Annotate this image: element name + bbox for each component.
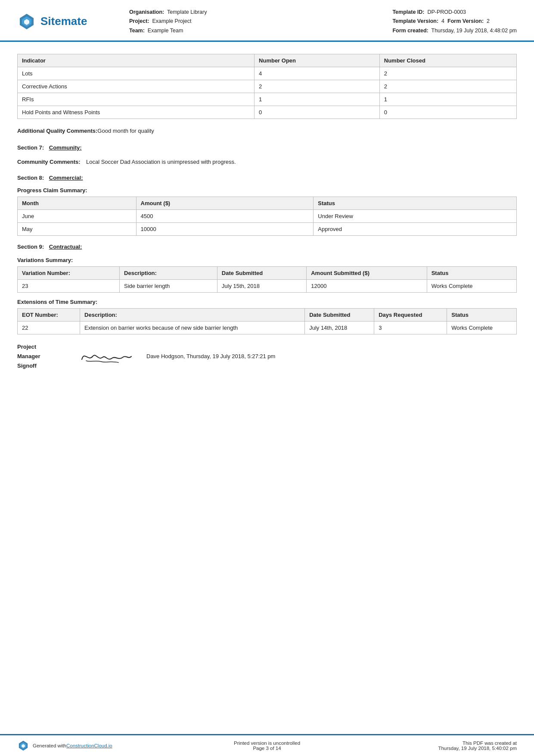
community-comments-label: Community Comments: — [17, 159, 86, 165]
eot-date-cell: July 14th, 2018 — [305, 321, 374, 334]
closed-cell: 2 — [379, 67, 516, 80]
var-amount-cell: 12000 — [307, 279, 427, 292]
eot-days-cell: 3 — [374, 321, 447, 334]
logo-area: Sitemate — [17, 12, 112, 31]
month-cell: June — [18, 209, 137, 222]
header-meta: Organisation: Template Library Project: … — [112, 8, 392, 35]
status-cell: Under Review — [314, 209, 517, 222]
open-cell: 0 — [255, 106, 380, 119]
section8-number: Section 8: — [17, 175, 44, 181]
eot-date-col: Date Submitted — [305, 308, 374, 321]
progress-claim-row: June 4500 Under Review — [18, 209, 517, 222]
project-value: Example Project — [152, 18, 192, 24]
eot-desc-col: Description: — [80, 308, 305, 321]
header: Sitemate Organisation: Template Library … — [0, 0, 534, 42]
signoff-label2: Manager — [17, 352, 65, 361]
additional-quality-value: Good month for quality — [97, 128, 517, 134]
month-cell: May — [18, 222, 137, 235]
team-label: Team: — [129, 28, 145, 34]
eot-row: 22 Extension on barrier works because of… — [18, 321, 517, 334]
number-closed-col-header: Number Closed — [379, 54, 516, 67]
indicator-row: RFIs 1 1 — [18, 93, 517, 106]
open-cell: 4 — [255, 67, 380, 80]
org-value: Template Library — [167, 9, 207, 15]
section9-heading: Section 9: Contractual: — [17, 244, 517, 250]
logo-text: Sitemate — [40, 15, 87, 28]
template-version-label: Template Version: — [392, 18, 438, 24]
section7-heading: Section 7: Community: — [17, 144, 517, 151]
eot-status-col: Status — [447, 308, 517, 321]
indicator-cell: Lots — [18, 67, 255, 80]
progress-claim-row: May 10000 Approved — [18, 222, 517, 235]
signature-svg — [78, 344, 134, 368]
form-created-line: Form created: Thursday, 19 July 2018, 4:… — [392, 26, 517, 35]
variation-row: 23 Side barrier length July 15th, 2018 1… — [18, 279, 517, 292]
template-version-line: Template Version: 4 Form Version: 2 — [392, 17, 517, 26]
section8-title: Commercial: — [49, 175, 83, 181]
footer-right: This PDF was created at Thursday, 19 Jul… — [405, 740, 517, 751]
eot-desc-cell: Extension on barrier works because of ne… — [80, 321, 305, 334]
footer-link[interactable]: ConstructionCloud.io — [66, 743, 112, 748]
footer-page-number: Page 3 of 14 — [129, 746, 405, 751]
var-number-cell: 23 — [18, 279, 120, 292]
section8-heading: Section 8: Commercial: — [17, 175, 517, 181]
open-cell: 1 — [255, 93, 380, 106]
signoff-area: Project Manager Signoff Dave Hodgson, Th… — [17, 342, 517, 371]
amount-cell: 4500 — [136, 209, 314, 222]
closed-cell: 2 — [379, 80, 516, 93]
template-version-value: 4 — [441, 18, 444, 24]
form-created-label: Form created: — [392, 28, 428, 34]
indicator-row: Corrective Actions 2 2 — [18, 80, 517, 93]
eot-days-col: Days Requested — [374, 308, 447, 321]
footer-center-line1: Printed version is uncontrolled — [129, 740, 405, 746]
indicator-cell: RFIs — [18, 93, 255, 106]
header-right: Template ID: DP-PROD-0003 Template Versi… — [392, 8, 517, 35]
team-line: Team: Example Team — [129, 26, 392, 35]
eot-table: EOT Number: Description: Date Submitted … — [17, 308, 517, 334]
form-created-value: Thursday, 19 July 2018, 4:48:02 pm — [432, 28, 517, 34]
org-line: Organisation: Template Library — [129, 8, 392, 17]
org-label: Organisation: — [129, 9, 164, 15]
var-date-col: Date Submitted — [217, 266, 306, 279]
amount-col-header: Amount ($) — [136, 197, 314, 209]
var-amount-col: Amount Submitted ($) — [307, 266, 427, 279]
footer-generated-text: Generated with — [33, 743, 66, 748]
eot-status-cell: Works Complete — [447, 321, 517, 334]
var-date-cell: July 15th, 2018 — [217, 279, 306, 292]
additional-quality-label: Additional Quality Comments: — [17, 128, 97, 134]
amount-cell: 10000 — [136, 222, 314, 235]
closed-cell: 0 — [379, 106, 516, 119]
template-id-label: Template ID: — [392, 9, 424, 15]
indicator-row: Hold Points and Witness Points 0 0 — [18, 106, 517, 119]
open-cell: 2 — [255, 80, 380, 93]
community-comments-value: Local Soccer Dad Association is unimpres… — [86, 159, 517, 165]
sitemate-logo-icon — [17, 12, 36, 31]
main-content: Indicator Number Open Number Closed Lots… — [0, 42, 534, 405]
project-line: Project: Example Project — [129, 17, 392, 26]
indicator-cell: Hold Points and Witness Points — [18, 106, 255, 119]
additional-quality-row: Additional Quality Comments: Good month … — [17, 125, 517, 137]
signoff-details: Dave Hodgson, Thursday, 19 July 2018, 5:… — [146, 353, 275, 359]
signoff-label1: Project — [17, 342, 65, 352]
indicator-col-header: Indicator — [18, 54, 255, 67]
var-status-cell: Works Complete — [427, 279, 516, 292]
variations-title: Variations Summary: — [17, 257, 517, 263]
template-id-line: Template ID: DP-PROD-0003 — [392, 8, 517, 17]
section7-number: Section 7: — [17, 144, 44, 151]
status-col-header: Status — [314, 197, 517, 209]
signoff-label: Project Manager Signoff — [17, 342, 65, 371]
signature-image — [78, 344, 134, 368]
footer-right-line1: This PDF was created at — [405, 740, 517, 746]
eot-num-col: EOT Number: — [18, 308, 80, 321]
signoff-label3: Signoff — [17, 361, 65, 371]
closed-cell: 1 — [379, 93, 516, 106]
indicator-row: Lots 4 2 — [18, 67, 517, 80]
progress-claim-title: Progress Claim Summary: — [17, 187, 517, 194]
footer-logo-icon — [17, 740, 29, 752]
team-value: Example Team — [148, 28, 183, 34]
form-version-label: Form Version: — [447, 18, 484, 24]
var-num-col: Variation Number: — [18, 266, 120, 279]
status-cell: Approved — [314, 222, 517, 235]
template-id-value: DP-PROD-0003 — [427, 9, 466, 15]
section9-number: Section 9: — [17, 244, 44, 250]
